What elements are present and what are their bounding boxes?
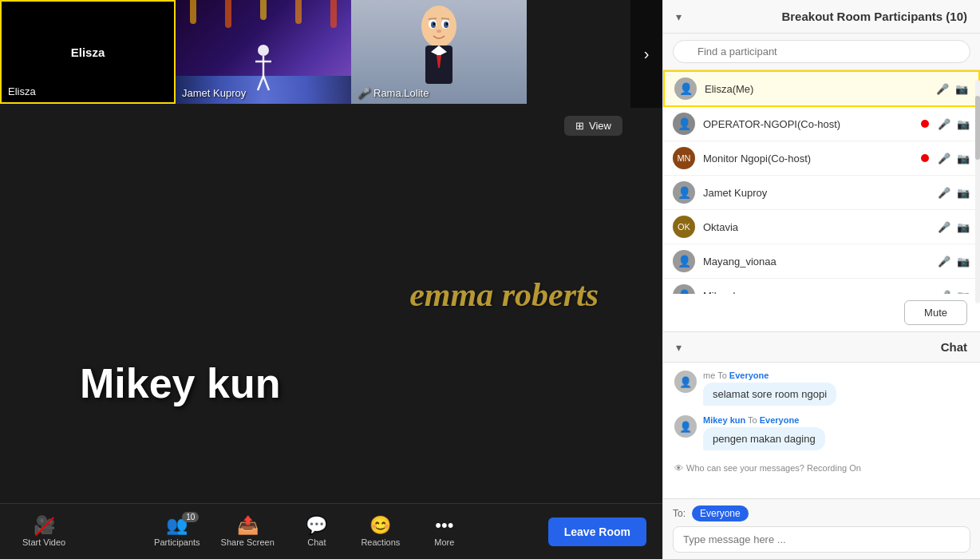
name-oktavia: Oktavia — [703, 221, 937, 233]
participants-title: Breakout Room Participants (10) — [781, 10, 967, 23]
thumb-rama-label: 🎤 Rama.Lolite — [358, 87, 429, 99]
watermark-text: emma roberts — [409, 276, 599, 313]
participant-item-mikey[interactable]: 👤 Mikey kun 🎤 📷 — [663, 279, 980, 294]
speaker-area: emma roberts Mikey kun — [0, 108, 662, 503]
video-off-icon: 🎥 — [34, 517, 55, 534]
icons-operator: 🎤 📷 — [918, 117, 970, 131]
view-button[interactable]: ⊞ View — [564, 116, 622, 136]
video-label: Start Video — [22, 537, 65, 547]
leave-room-button[interactable]: Leave Room — [548, 517, 646, 546]
chat-meta-1: me To Everyone — [703, 371, 969, 380]
scrollbar-thumb[interactable] — [975, 96, 980, 160]
thumbnail-jamet[interactable]: Jamet Kuproy — [176, 0, 351, 104]
toolbar-right: Leave Room — [548, 517, 646, 546]
mic-icon-jamet: 🎤 — [937, 185, 951, 200]
avatar-oktavia: OK — [673, 216, 695, 238]
mic-icon-elisza: 🎤 — [935, 81, 950, 96]
participant-item-mayang[interactable]: 👤 Mayang_vionaa 🎤 📷 — [663, 244, 980, 279]
cam-slash-mayang: 📷 — [956, 254, 970, 268]
participant-item-operator[interactable]: 👤 OPERATOR-NGOPI(Co-host) 🎤 📷 — [663, 107, 980, 141]
svg-point-10 — [433, 23, 436, 26]
chat-bubble-wrap-1: me To Everyone selamat sore room ngopi — [703, 371, 969, 406]
avatar-jamet: 👤 — [673, 181, 695, 204]
thumbnail-rama[interactable]: 🎤 Rama.Lolite — [351, 0, 527, 104]
name-monitor: Monitor Ngopi(Co-host) — [703, 153, 918, 165]
cam-slash-jamet: 📷 — [956, 185, 970, 200]
boss-baby-svg — [411, 4, 467, 84]
chat-recipient-2: Everyone — [760, 415, 800, 425]
participants-button[interactable]: 👥 10 Participants — [148, 508, 206, 556]
participant-item-elisza[interactable]: 👤 Elisza(Me) 🎤 📷 — [663, 70, 980, 107]
icons-elisza: 🎤 📷 — [935, 81, 969, 96]
chat-bubble-2: pengen makan daging — [703, 427, 825, 450]
cam-slash-monitor: 📷 — [956, 151, 970, 165]
recording-notice-text: Who can see your messages? Recording On — [686, 463, 861, 473]
collapse-chat-button[interactable]: ▾ — [676, 341, 682, 354]
chat-sender-2: Mikey kun — [703, 415, 745, 425]
chat-to-everyone-badge[interactable]: Everyone — [692, 505, 749, 521]
participant-item-jamet[interactable]: 👤 Jamet Kuproy 🎤 📷 — [663, 176, 980, 210]
icons-oktavia: 🎤 📷 — [937, 220, 970, 234]
recording-notice: 👁 Who can see your messages? Recording O… — [674, 460, 969, 476]
thumb-jamet-label: Jamet Kuproy — [182, 87, 246, 99]
grid-icon: ⊞ — [575, 120, 584, 132]
svg-point-11 — [446, 23, 449, 26]
participant-list: 👤 Elisza(Me) 🎤 📷 👤 OPERATOR-NGOPI(Co-hos… — [663, 70, 980, 294]
thumbnail-elisza[interactable]: Elisza Elisza — [0, 0, 176, 104]
participant-item-oktavia[interactable]: OK Oktavia 🎤 📷 — [663, 210, 980, 244]
share-screen-button[interactable]: 📤 Share Screen — [215, 508, 281, 556]
next-thumbnail-button[interactable]: › — [630, 0, 662, 108]
rec-dot-monitor — [918, 151, 932, 165]
participant-search-input[interactable] — [673, 40, 970, 63]
chat-input-row — [673, 526, 970, 553]
speaker-name: Mikey kun — [80, 359, 280, 407]
mic-icon-mikey: 🎤 — [937, 288, 951, 294]
svg-point-14 — [437, 30, 441, 33]
mic-slash-oktavia: 🎤 — [937, 220, 951, 234]
share-screen-icon: 📤 — [237, 517, 259, 534]
chat-message-2: 👤 Mikey kun To Everyone pengen makan dag… — [674, 415, 969, 450]
name-operator: OPERATOR-NGOPI(Co-host) — [703, 118, 918, 130]
chat-button[interactable]: 💬 Chat — [289, 508, 345, 556]
chat-messages: 👤 me To Everyone selamat sore room ngopi… — [663, 363, 980, 498]
mic-slash-monitor: 🎤 — [937, 151, 951, 165]
svg-line-4 — [263, 76, 269, 90]
chat-message-1: 👤 me To Everyone selamat sore room ngopi — [674, 371, 969, 406]
avatar-mayang: 👤 — [673, 250, 695, 272]
avatar-mikey: 👤 — [673, 284, 695, 294]
collapse-participants-button[interactable]: ▾ — [676, 10, 682, 23]
mic-slash-operator: 🎤 — [937, 117, 951, 131]
cam-icon-elisza: 📷 — [954, 81, 969, 96]
mic-slash-mayang: 🎤 — [937, 254, 951, 268]
start-video-button[interactable]: 🎥 Start Video — [16, 508, 72, 556]
chat-avatar-me: 👤 — [674, 371, 697, 393]
right-panel: ▾ Breakout Room Participants (10) 🔍 👤 El… — [662, 0, 980, 559]
participant-item-monitor[interactable]: MN Monitor Ngopi(Co-host) 🎤 📷 — [663, 141, 980, 176]
avatar-monitor: MN — [673, 147, 695, 169]
mute-button-area: Mute — [663, 294, 980, 332]
svg-line-13 — [441, 18, 449, 19]
chat-bubble-1: selamat sore room ngopi — [703, 383, 836, 406]
chat-icon: 💬 — [306, 517, 327, 534]
toolbar-center: 👥 10 Participants 📤 Share Screen 💬 Chat … — [148, 508, 472, 556]
name-mayang: Mayang_vionaa — [703, 256, 937, 268]
chat-message-input[interactable] — [673, 526, 970, 553]
chat-label: Chat — [307, 537, 326, 547]
mute-all-button[interactable]: Mute — [904, 300, 967, 325]
more-button[interactable]: ••• More — [417, 508, 472, 556]
svg-line-3 — [258, 76, 263, 90]
more-icon: ••• — [435, 517, 453, 534]
reactions-icon: 😊 — [369, 517, 391, 534]
cam-slash-operator: 📷 — [956, 117, 970, 131]
chat-bubble-wrap-2: Mikey kun To Everyone pengen makan dagin… — [703, 415, 969, 450]
stage-figure-svg — [251, 44, 275, 92]
chat-section-header: ▾ Chat — [663, 332, 980, 363]
participants-section-header: ▾ Breakout Room Participants (10) — [663, 0, 980, 34]
more-label: More — [434, 537, 454, 547]
thumb-elisza-name: Elisza — [71, 46, 105, 59]
reactions-button[interactable]: 😊 Reactions — [353, 508, 409, 556]
icons-jamet: 🎤 📷 — [937, 185, 970, 200]
chat-recipient-1: Everyone — [729, 371, 769, 380]
toolbar-left: 🎥 Start Video — [16, 508, 72, 556]
chat-title: Chat — [941, 340, 967, 354]
